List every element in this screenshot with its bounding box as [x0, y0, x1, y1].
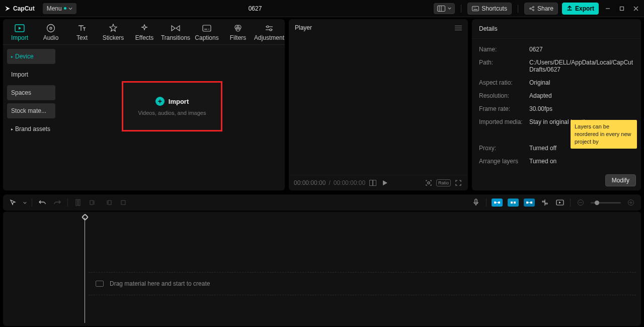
- share-label: Share: [537, 5, 553, 12]
- import-title: Import: [169, 98, 189, 105]
- plus-icon: +: [155, 97, 165, 106]
- svg-rect-32: [78, 200, 80, 206]
- titlebar: CapCut Menu 0627 Shortcuts Share Export: [0, 0, 644, 17]
- svg-rect-49: [545, 203, 547, 204]
- share-button[interactable]: Share: [524, 3, 558, 15]
- tab-transitions[interactable]: Transitions: [162, 22, 189, 42]
- titlebar-right: Shortcuts Share Export: [434, 2, 644, 16]
- timeline-track[interactable]: Drag material here and start to create: [89, 272, 636, 295]
- tab-filters[interactable]: Filters: [224, 22, 252, 42]
- delete-right-icon: [103, 198, 113, 208]
- menu-label: Menu: [47, 5, 62, 12]
- track-magnet-3-icon[interactable]: [524, 199, 535, 207]
- tab-audio[interactable]: Audio: [37, 22, 64, 42]
- svg-rect-44: [526, 202, 528, 204]
- undo-icon[interactable]: [37, 198, 47, 208]
- shortcuts-button[interactable]: Shortcuts: [467, 3, 512, 15]
- track-slot-icon: [96, 281, 104, 287]
- zoom-out-icon: [576, 198, 586, 208]
- svg-rect-38: [475, 199, 477, 203]
- timeline-drop-hint: Drag material here and start to create: [110, 280, 210, 287]
- player-time-total: 00:00:00:00: [334, 179, 365, 186]
- import-subtitle: Videos, audios, and images: [138, 110, 206, 116]
- keyboard-icon: [472, 6, 479, 11]
- menu-dot-indicator: [64, 7, 66, 10]
- sidebar-item-stock[interactable]: Stock mate...: [7, 103, 55, 118]
- track-magnet-1-icon[interactable]: [492, 199, 503, 207]
- svg-rect-42: [511, 202, 513, 204]
- svg-rect-28: [370, 180, 373, 186]
- menu-button[interactable]: Menu: [43, 3, 76, 14]
- svg-line-12: [531, 9, 533, 10]
- align-icon[interactable]: [540, 198, 550, 208]
- svg-rect-46: [530, 202, 532, 204]
- svg-rect-39: [494, 202, 496, 204]
- svg-point-6: [475, 7, 476, 8]
- svg-rect-18: [203, 25, 211, 31]
- tab-text[interactable]: Text: [68, 22, 96, 42]
- cursor-tool-icon[interactable]: [8, 198, 18, 208]
- timeline[interactable]: Drag material here and start to create: [3, 212, 641, 326]
- modify-button[interactable]: Modify: [605, 174, 636, 186]
- sidebar-item-spaces[interactable]: Spaces: [7, 85, 55, 100]
- svg-rect-37: [121, 201, 125, 205]
- ratio-button[interactable]: Ratio: [436, 179, 451, 186]
- svg-rect-36: [108, 201, 111, 205]
- sidebar-item-brand[interactable]: ▸Brand assets: [7, 121, 55, 137]
- svg-rect-43: [514, 202, 516, 204]
- captions-icon: [202, 25, 211, 32]
- chevron-down-icon[interactable]: [23, 201, 27, 205]
- delete-left-icon: [88, 198, 98, 208]
- detail-name: 0627: [529, 46, 634, 53]
- play-icon[interactable]: [380, 178, 389, 187]
- tab-adjustment[interactable]: Adjustment: [256, 22, 283, 42]
- tab-captions[interactable]: Captions: [193, 22, 220, 42]
- import-area: + Import Videos, audios, and images: [59, 45, 285, 190]
- svg-point-5: [474, 7, 475, 8]
- compare-icon[interactable]: [368, 178, 377, 187]
- mic-icon[interactable]: [471, 198, 481, 208]
- redo-icon: [52, 198, 62, 208]
- project-title: 0627: [76, 5, 434, 12]
- sidebar-item-import[interactable]: Import: [7, 67, 55, 82]
- tab-stickers[interactable]: Stickers: [100, 22, 127, 42]
- svg-line-11: [531, 7, 533, 8]
- sidebar-item-device[interactable]: ▸Device: [7, 49, 55, 64]
- svg-point-4: [473, 7, 474, 8]
- player-viewport[interactable]: [289, 36, 468, 175]
- tab-import[interactable]: Import: [6, 22, 33, 42]
- player-time-current: 00:00:00:00: [294, 179, 326, 186]
- window-maximize[interactable]: [617, 2, 627, 16]
- export-icon: [567, 6, 573, 12]
- details-title: Details: [472, 19, 641, 39]
- export-button[interactable]: Export: [562, 3, 599, 15]
- svg-rect-48: [542, 201, 544, 202]
- svg-point-17: [50, 27, 52, 29]
- stickers-icon: [109, 24, 118, 33]
- detail-aspect: Original: [529, 79, 634, 86]
- fullscreen-icon[interactable]: [454, 178, 463, 187]
- window-minimize[interactable]: [603, 2, 613, 16]
- app-logo: CapCut: [0, 5, 39, 12]
- playhead-handle[interactable]: [82, 214, 89, 221]
- logo-icon: [4, 5, 11, 12]
- zoom-slider[interactable]: [591, 202, 621, 204]
- timeline-toolbar: [3, 194, 641, 211]
- svg-point-30: [428, 182, 430, 184]
- tab-effects[interactable]: Effects: [131, 22, 158, 42]
- detail-resolution: Adapted: [529, 92, 634, 99]
- player-menu-icon[interactable]: [455, 26, 462, 30]
- preview-icon[interactable]: [555, 198, 565, 208]
- player-panel: Player 00:00:00:00 / 00:00:00:00 Ratio: [289, 19, 468, 190]
- divider: [518, 5, 518, 13]
- media-panel: Import Audio Text Stickers Effects Trans…: [3, 19, 285, 190]
- layout-button[interactable]: [434, 3, 455, 14]
- track-magnet-2-icon[interactable]: [508, 199, 519, 207]
- media-sidebar: ▸Device Import Spaces Stock mate... ▸Bra…: [3, 45, 59, 190]
- svg-rect-7: [473, 9, 477, 10]
- shortcuts-label: Shortcuts: [481, 5, 507, 12]
- import-dropzone[interactable]: + Import Videos, audios, and images: [122, 81, 222, 132]
- zoom-in-icon: [626, 198, 636, 208]
- scan-icon[interactable]: [424, 178, 433, 187]
- window-close[interactable]: [631, 2, 641, 16]
